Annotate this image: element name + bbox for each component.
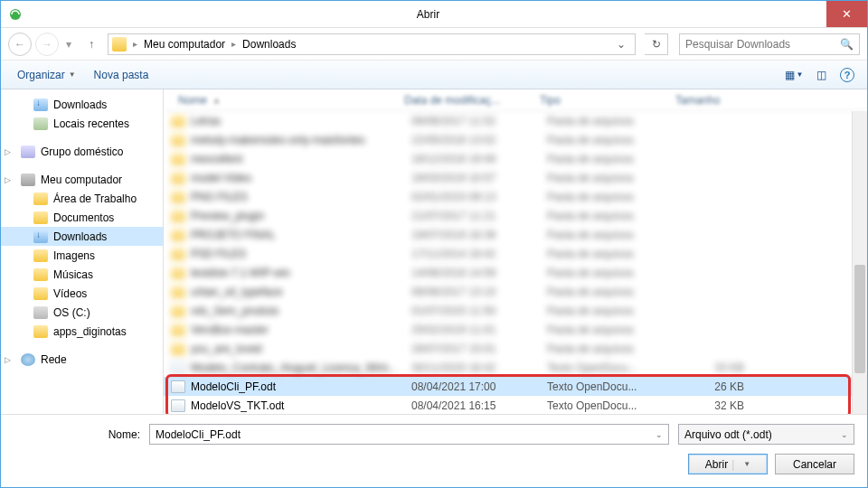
new-folder-button[interactable]: Nova pasta	[87, 66, 156, 84]
chevron-right-icon: ▸	[229, 39, 239, 49]
view-options-button[interactable]: ▦▼	[782, 65, 806, 85]
history-dropdown[interactable]: ▾	[62, 38, 75, 51]
expand-icon[interactable]: ▷	[5, 355, 14, 364]
network-icon	[21, 353, 35, 366]
file-type: Pasta de arquivos	[547, 191, 683, 203]
file-date: 06/06/2017 13:10	[411, 286, 547, 298]
filename-label: Nome:	[86, 428, 140, 441]
column-headers[interactable]: Nome▲ Data de modificaç... Tipo Tamanho	[164, 89, 867, 111]
tree-item[interactable]: OS (C:)	[1, 303, 163, 322]
tree-item[interactable]: Imagens	[1, 246, 163, 265]
chevron-down-icon[interactable]: ⌄	[656, 430, 663, 439]
tree-item[interactable]: Área de Trabalho	[1, 189, 163, 208]
crumb-downloads[interactable]: Downloads	[241, 38, 297, 51]
file-name: PROJETO FINAL	[191, 229, 411, 241]
tree-item[interactable]: ▷Meu computador	[1, 170, 163, 189]
file-row[interactable]: PROJETO FINAL19/07/2019 16:38Pasta de ar…	[164, 225, 867, 244]
file-type: Pasta de arquivos	[547, 324, 683, 336]
file-row[interactable]: Modelo_Contrato_Aluguel_Licenca_Wint...3…	[164, 358, 867, 377]
tree-item[interactable]: Músicas	[1, 265, 163, 284]
file-name: testdisk-7.1-WIP-win	[191, 267, 411, 279]
file-size: 26 KB	[683, 380, 755, 393]
folder-icon	[33, 287, 48, 300]
file-date: 14/06/2018 14:59	[411, 267, 547, 279]
help-button[interactable]: ?	[840, 68, 854, 82]
folder-icon	[171, 267, 185, 279]
downloads-icon	[33, 230, 48, 243]
file-name: melody-makemotes-only-maisfontes	[191, 134, 411, 146]
filename-input[interactable]	[156, 428, 656, 441]
up-button[interactable]: ↑	[82, 35, 100, 53]
file-row[interactable]: ModeloCli_PF.odt08/04/2021 17:00Texto Op…	[164, 377, 867, 396]
tree-item[interactable]: apps_diginotas	[1, 322, 163, 341]
folder-icon	[171, 191, 185, 203]
file-name: urban_oil_typeface	[191, 286, 411, 298]
open-button[interactable]: Abrir|▼	[688, 454, 768, 474]
document-icon	[171, 361, 185, 374]
file-name: PSD FILES	[191, 248, 411, 260]
file-type: Pasta de arquivos	[547, 134, 683, 146]
forward-button[interactable]: →	[35, 33, 59, 56]
file-type: Texto OpenDocu...	[547, 399, 683, 412]
file-row[interactable]: ModeloVS_TKT.odt08/04/2021 16:15Texto Op…	[164, 396, 867, 414]
crumb-computer[interactable]: Meu computador	[142, 38, 227, 51]
tree-item[interactable]: Locais recentes	[1, 114, 163, 133]
organize-button[interactable]: Organizar▼	[10, 66, 83, 84]
file-size: 33 KB	[683, 361, 755, 374]
file-row[interactable]: Preview_plugin21/07/2017 11:21Pasta de a…	[164, 206, 867, 225]
chevron-down-icon[interactable]: ⌄	[611, 38, 631, 51]
tree-item[interactable]: Downloads	[1, 227, 163, 246]
file-date: 01/07/2020 11:50	[411, 305, 547, 317]
file-date: 30/11/2020 16:42	[411, 361, 547, 374]
filetype-filter[interactable]: Arquivo odt (*.odt) ⌄	[678, 424, 854, 445]
file-row[interactable]: melody-makemotes-only-maisfontes22/05/20…	[164, 130, 867, 149]
file-row[interactable]: model-Video16/03/2019 10:57Pasta de arqu…	[164, 168, 867, 187]
file-date: 16/03/2019 10:57	[411, 172, 547, 184]
window-title: Abrir	[30, 8, 826, 21]
file-row[interactable]: urban_oil_typeface06/06/2017 13:10Pasta …	[164, 282, 867, 301]
tree-item[interactable]: Documentos	[1, 208, 163, 227]
breadcrumb[interactable]: ▸ Meu computador ▸ Downloads ⌄	[108, 33, 636, 55]
folder-icon	[171, 305, 185, 317]
folder-icon	[33, 211, 48, 224]
file-name: Preview_plugin	[191, 210, 411, 222]
file-row[interactable]: VeroBox-master25/02/2019 11:01Pasta de a…	[164, 320, 867, 339]
tree-item[interactable]: Vídeos	[1, 284, 163, 303]
file-name: Modelo_Contrato_Aluguel_Licenca_Wint...	[191, 361, 411, 374]
file-row[interactable]: Letras06/06/2017 11:52Pasta de arquivos	[164, 111, 867, 130]
file-date: 08/04/2021 17:00	[411, 380, 547, 393]
back-button[interactable]: ←	[8, 33, 32, 56]
file-row[interactable]: testdisk-7.1-WIP-win14/06/2018 14:59Past…	[164, 263, 867, 282]
close-button[interactable]: ✕	[826, 1, 867, 27]
folder-icon	[171, 324, 185, 336]
folder-icon	[33, 192, 48, 205]
recent-icon	[33, 117, 48, 130]
file-row[interactable]: vds_Sem_produto01/07/2020 11:50Pasta de …	[164, 301, 867, 320]
chevron-down-icon: ⌄	[841, 430, 848, 439]
file-row[interactable]: PNG FILES02/01/2015 09:13Pasta de arquiv…	[164, 187, 867, 206]
search-box[interactable]: 🔍	[679, 33, 860, 55]
bottom-panel: Nome: ⌄ Arquivo odt (*.odt) ⌄ Abrir|▼ Ca…	[1, 414, 867, 487]
scrollbar-thumb[interactable]	[854, 265, 865, 373]
expand-icon[interactable]: ▷	[5, 175, 14, 184]
scrollbar[interactable]	[852, 111, 867, 414]
cancel-button[interactable]: Cancelar	[775, 454, 854, 474]
tree-item[interactable]: ▷Grupo doméstico	[1, 142, 163, 161]
file-row[interactable]: mexcellent18/12/2018 19:49Pasta de arqui…	[164, 149, 867, 168]
refresh-button[interactable]: ↻	[645, 33, 668, 55]
file-row[interactable]: PSD FILES17/11/2014 18:42Pasta de arquiv…	[164, 244, 867, 263]
file-type: Pasta de arquivos	[547, 248, 683, 260]
expand-icon[interactable]: ▷	[5, 147, 14, 156]
file-row[interactable]: you_are_loved26/07/2017 15:01Pasta de ar…	[164, 339, 867, 358]
file-list[interactable]: Letras06/06/2017 11:52Pasta de arquivosm…	[164, 111, 867, 414]
navbar: ← → ▾ ↑ ▸ Meu computador ▸ Downloads ⌄ ↻…	[1, 28, 867, 61]
file-date: 02/01/2015 09:13	[411, 191, 547, 203]
preview-pane-button[interactable]: ◫	[809, 65, 833, 85]
file-date: 08/04/2021 16:15	[411, 399, 547, 412]
tree-item[interactable]: Downloads	[1, 95, 163, 114]
tree-item[interactable]: ▷Rede	[1, 350, 163, 369]
filename-field[interactable]: ⌄	[149, 424, 669, 445]
file-name: model-Video	[191, 172, 411, 184]
search-icon: 🔍	[840, 38, 854, 51]
search-input[interactable]	[685, 38, 840, 51]
